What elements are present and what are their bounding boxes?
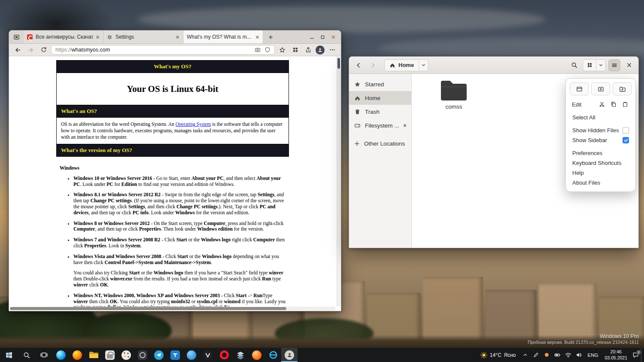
sidebar-item-starred[interactable]: Starred [349, 77, 411, 91]
tray-network-icon[interactable] [563, 348, 574, 362]
language-indicator[interactable]: ENG [584, 353, 602, 358]
desktop: Windows 10 Pro Пробная версия. Build 213… [0, 0, 644, 362]
taskbar-app-edge[interactable] [53, 348, 69, 362]
orange-dot-icon [545, 353, 549, 357]
browser-tab-antivirus[interactable]: Все антивирусы. Скачать... [24, 30, 103, 43]
eject-icon[interactable] [402, 123, 407, 128]
minimize-button[interactable] [310, 35, 314, 40]
back-button[interactable] [12, 45, 23, 55]
orange-app-icon [252, 350, 261, 360]
url-host: whatsmyos.com [72, 47, 110, 53]
close-button[interactable] [331, 35, 336, 40]
url-field[interactable]: https://whatsmyos.com [51, 45, 275, 55]
clock[interactable]: 20:46 03.05.2021 [601, 349, 630, 361]
layers-app-icon [236, 351, 245, 359]
taskbar-app-microsoft-store[interactable] [102, 348, 118, 362]
taskbar-app-telegram[interactable] [151, 348, 167, 362]
tab-favicon-antivirus [27, 34, 33, 40]
location-dropdown-button[interactable] [419, 60, 428, 71]
new-window-button[interactable] [570, 82, 589, 95]
vertical-scrollbar-track[interactable] [337, 57, 340, 306]
horizontal-scrollbar-thumb[interactable] [10, 307, 286, 310]
menu-item-keyboard-shortcuts[interactable]: Keyboard Shortcuts [570, 158, 632, 168]
tray-volume-icon[interactable] [574, 348, 584, 362]
menu-item-preferences[interactable]: Preferences [570, 148, 632, 158]
tray-expand-icon[interactable] [520, 348, 531, 362]
files-forward-button[interactable] [367, 59, 379, 71]
view-options-dropdown[interactable] [596, 60, 605, 71]
cut-icon[interactable] [596, 99, 608, 110]
files-search-button[interactable] [568, 59, 580, 71]
taskbar-app-blue[interactable] [183, 348, 200, 362]
taskbar-app-file-explorer[interactable] [85, 348, 102, 362]
menu-item-label: About Files [572, 179, 600, 186]
hamburger-menu-button[interactable] [608, 59, 620, 71]
tray-battery-icon[interactable] [552, 348, 563, 362]
reload-button[interactable] [38, 45, 49, 55]
extensions-icon[interactable] [290, 45, 301, 55]
current-location-button[interactable]: Home [385, 60, 419, 71]
tab-close-icon[interactable] [255, 35, 259, 39]
sidebar-item-other-locations[interactable]: Other Locations [349, 137, 411, 150]
folder-item-comss[interactable]: comss [433, 79, 474, 110]
menu-item-label: Select All [572, 114, 595, 121]
sidebar-item-home[interactable]: Home [349, 91, 411, 105]
show-hidden-checkbox[interactable] [623, 127, 629, 134]
taskbar-app-dark[interactable] [134, 348, 151, 362]
tray-app-icon[interactable] [541, 348, 552, 362]
window-controls [304, 30, 341, 43]
browser-menu-icon[interactable] [327, 45, 337, 55]
taskbar-weather[interactable]: 14°C Ясно [477, 352, 520, 359]
bookmark-star-icon[interactable] [277, 45, 288, 55]
horizontal-scrollbar-track[interactable] [10, 307, 335, 310]
task-view-button[interactable] [35, 348, 53, 362]
menu-item-about-files[interactable]: About Files [570, 178, 632, 188]
taskbar-app-layers[interactable] [232, 348, 249, 362]
new-tab-button[interactable] [591, 82, 610, 95]
system-tray: 14°C Ясно ENG 20:46 03.05.2021 2 [477, 348, 644, 362]
files-back-button[interactable] [352, 59, 365, 71]
maximize-button[interactable] [320, 35, 325, 40]
taskbar-search-button[interactable] [18, 348, 35, 362]
paste-icon[interactable] [619, 99, 631, 110]
tab-close-icon[interactable] [176, 35, 179, 39]
profile-avatar[interactable] [316, 46, 325, 55]
taskbar-app-opera[interactable] [216, 348, 232, 362]
tab-overview-button[interactable] [9, 30, 24, 43]
active-app-icon [285, 350, 294, 360]
copy-icon[interactable] [608, 99, 619, 110]
taskbar-app-firefox[interactable] [69, 348, 85, 362]
menu-item-show-sidebar[interactable]: Show Sidebar [570, 135, 632, 145]
start-button[interactable] [0, 348, 18, 362]
browser-tab-whatsmyos[interactable]: What's my OS? What is m... [183, 30, 263, 43]
tray-pen-icon[interactable] [531, 348, 541, 362]
plus-icon [354, 141, 360, 146]
menu-item-label: Show Sidebar [572, 137, 607, 143]
vertical-scrollbar-thumb[interactable] [337, 58, 340, 69]
sidebar-item-filesystem[interactable]: Filesystem ... [349, 119, 411, 132]
browser-tab-settings[interactable]: Settings [103, 30, 183, 43]
taskbar-app-orange[interactable] [249, 348, 265, 362]
taskbar-app-paint[interactable] [118, 348, 134, 362]
show-desktop-button[interactable] [641, 348, 643, 362]
new-folder-button[interactable] [613, 82, 632, 95]
tab-close-icon[interactable] [96, 35, 100, 39]
taskbar-app-v[interactable] [200, 348, 216, 362]
new-tab-button[interactable] [263, 30, 278, 43]
forward-button[interactable] [25, 45, 36, 55]
site-permissions-icon[interactable] [264, 47, 270, 53]
menu-item-help[interactable]: Help [570, 168, 632, 178]
opera-icon [220, 350, 229, 359]
taskbar-app-blue-t[interactable] [167, 348, 183, 362]
show-sidebar-checkbox[interactable] [623, 137, 629, 143]
screenshot-icon[interactable] [255, 47, 261, 53]
menu-item-show-hidden-files[interactable]: Show Hidden Files [570, 125, 632, 135]
taskbar-app-internet-explorer[interactable] [265, 348, 281, 362]
sidebar-item-trash[interactable]: Trash [349, 105, 411, 119]
menu-item-select-all[interactable]: Select All [570, 113, 632, 122]
grid-view-button[interactable] [583, 60, 596, 71]
share-icon[interactable] [303, 45, 313, 55]
action-center-icon[interactable]: 2 [630, 348, 641, 362]
taskbar-app-active[interactable] [281, 348, 298, 362]
files-close-button[interactable] [623, 59, 635, 71]
